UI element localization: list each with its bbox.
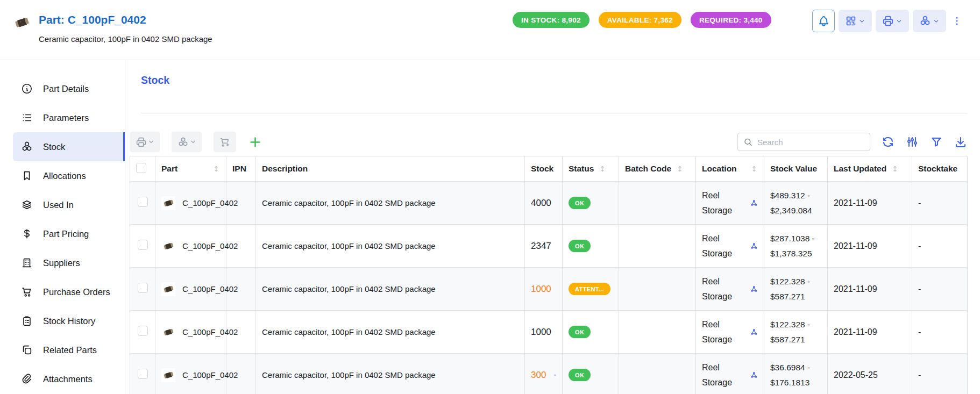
sitemap-icon[interactable] — [750, 285, 758, 293]
notifications-button[interactable] — [812, 10, 835, 32]
last-updated-cell: 2021-11-09 — [834, 198, 877, 207]
row-checkbox[interactable] — [138, 326, 148, 336]
part-name[interactable]: C_100pF_0402 — [182, 241, 238, 250]
location-link[interactable]: Reel Storage — [702, 274, 747, 303]
status-badge: OK — [569, 240, 591, 252]
part-thumbnail — [161, 368, 175, 382]
part-thumbnail — [161, 282, 175, 296]
stocktake-cell: - — [918, 284, 921, 293]
stock-actions-button[interactable] — [913, 10, 946, 32]
add-stock-item-button[interactable] — [247, 134, 263, 150]
sidebar-item-stock-history[interactable]: Stock History — [0, 306, 125, 335]
column-header-location[interactable]: Location — [696, 156, 764, 182]
stock-row[interactable]: C_100pF_0402 Ceramic capacitor, 100pF in… — [130, 182, 968, 225]
sidebar-item-related-parts[interactable]: Related Parts — [0, 335, 125, 364]
sidebar-item-attachments[interactable]: Attachments — [0, 364, 125, 393]
filter-button[interactable] — [930, 135, 943, 148]
barcode-actions-button[interactable] — [839, 10, 872, 32]
order-stock-button[interactable] — [214, 132, 236, 152]
description-cell: Ceramic capacitor, 100pF in 0402 SMD pac… — [262, 240, 436, 253]
column-header-stock-value[interactable]: Stock Value — [764, 156, 828, 182]
last-updated-cell: 2021-11-09 — [834, 241, 877, 250]
sort-icon — [599, 165, 606, 173]
sidebar-item-label: Part Details — [43, 84, 89, 94]
info-icon[interactable] — [554, 370, 556, 380]
stack-icon — [21, 199, 33, 211]
stock-row[interactable]: C_100pF_0402 Ceramic capacitor, 100pF in… — [130, 311, 968, 354]
column-header-description[interactable]: Description — [256, 156, 525, 182]
last-updated-cell: 2021-11-09 — [834, 327, 877, 336]
sidebar-item-part-pricing[interactable]: Part Pricing — [0, 219, 125, 248]
column-header-stock[interactable]: Stock — [525, 156, 563, 182]
row-checkbox[interactable] — [138, 197, 148, 207]
part-thumbnail[interactable] — [14, 16, 30, 29]
stock-row[interactable]: C_100pF_0402 Ceramic capacitor, 100pF in… — [130, 354, 968, 394]
chevron-down-icon — [858, 18, 865, 25]
column-header-stocktake[interactable]: Stocktake — [912, 156, 968, 182]
refresh-button[interactable] — [882, 135, 894, 148]
copy-icon — [21, 344, 33, 356]
part-name[interactable]: C_100pF_0402 — [182, 370, 238, 379]
bookmark-icon — [21, 170, 33, 182]
sitemap-icon[interactable] — [750, 242, 758, 250]
part-thumbnail — [161, 196, 175, 210]
column-header-last-updated[interactable]: Last Updated — [828, 156, 912, 182]
column-header-ipn[interactable]: IPN — [226, 156, 256, 182]
qr-code-icon — [845, 15, 857, 27]
divider — [141, 113, 967, 113]
stock-quantity: 1000 — [531, 327, 551, 338]
location-link[interactable]: Reel Storage — [702, 188, 747, 217]
sidebar-item-stock[interactable]: Stock — [13, 132, 125, 161]
row-checkbox[interactable] — [138, 240, 148, 250]
overflow-menu-button[interactable] — [950, 10, 964, 32]
sitemap-icon[interactable] — [750, 328, 758, 336]
status-badge: OK — [569, 197, 591, 209]
stock-quantity: 1000 — [531, 284, 551, 295]
stock-badges: IN STOCK: 8,902 AVAILABLE: 7,362 REQUIRE… — [513, 12, 771, 28]
stock-quantity: 4000 — [531, 198, 551, 209]
download-button[interactable] — [954, 135, 967, 148]
sidebar-item-label: Parameters — [43, 113, 89, 123]
stock-actions-dropdown-button[interactable] — [172, 132, 202, 152]
capacitor-image — [15, 17, 29, 28]
stock-row[interactable]: C_100pF_0402 Ceramic capacitor, 100pF in… — [130, 268, 968, 311]
row-checkbox[interactable] — [138, 369, 148, 379]
stock-row[interactable]: C_100pF_0402 Ceramic capacitor, 100pF in… — [130, 225, 968, 268]
location-link[interactable]: Reel Storage — [702, 317, 747, 346]
column-header-part[interactable]: Part — [155, 156, 226, 182]
batch-code-cell — [619, 354, 696, 394]
sitemap-icon[interactable] — [750, 199, 758, 207]
row-checkbox[interactable] — [138, 283, 148, 293]
chevron-down-icon — [896, 18, 903, 25]
sitemap-icon[interactable] — [750, 371, 758, 379]
stock-value-cell: $489.312 - $2,349.084 — [770, 191, 812, 214]
sidebar-item-allocations[interactable]: Allocations — [0, 161, 125, 190]
part-name[interactable]: C_100pF_0402 — [182, 327, 238, 336]
column-header-status[interactable]: Status — [563, 156, 619, 182]
description-cell: Ceramic capacitor, 100pF in 0402 SMD pac… — [262, 283, 436, 296]
table-settings-button[interactable] — [906, 135, 919, 148]
part-name[interactable]: C_100pF_0402 — [182, 284, 238, 293]
sidebar-item-parameters[interactable]: Parameters — [0, 103, 125, 132]
location-link[interactable]: Reel Storage — [702, 231, 747, 260]
print-actions-button[interactable] — [876, 10, 909, 32]
stocktake-cell: - — [918, 241, 921, 250]
sidebar-item-purchase-orders[interactable]: Purchase Orders — [0, 277, 125, 306]
packages-icon — [21, 141, 33, 153]
description-cell: Ceramic capacitor, 100pF in 0402 SMD pac… — [262, 326, 436, 339]
sidebar-item-part-details[interactable]: Part Details — [0, 74, 125, 103]
select-all-checkbox[interactable] — [136, 163, 146, 173]
stock-table: Part IPN Description Stock Status Batch … — [130, 156, 968, 394]
table-search[interactable] — [737, 133, 870, 151]
print-button[interactable] — [130, 132, 160, 152]
paperclip-icon — [21, 373, 33, 385]
info-circle-icon — [21, 83, 33, 95]
sort-icon — [212, 165, 220, 173]
sidebar-item-used-in[interactable]: Used In — [0, 190, 125, 219]
search-input[interactable] — [757, 138, 864, 147]
sidebar-item-suppliers[interactable]: Suppliers — [0, 248, 125, 277]
column-header-batch-code[interactable]: Batch Code — [619, 156, 696, 182]
sidebar-item-label: Purchase Orders — [43, 287, 110, 297]
location-link[interactable]: Reel Storage — [702, 360, 747, 389]
part-name[interactable]: C_100pF_0402 — [182, 198, 238, 207]
